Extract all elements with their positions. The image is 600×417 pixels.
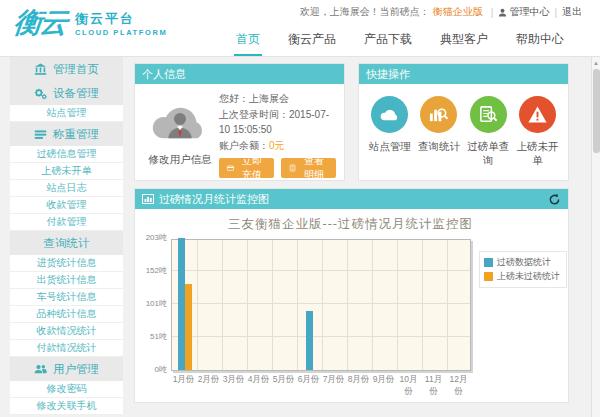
chart-y-axis: 0吨51吨101吨152吨203吨: [143, 239, 171, 371]
recharge-button[interactable]: 立即充值: [219, 158, 274, 178]
x-tick-label: 1月份: [171, 374, 196, 386]
chart-title: 三友衡猫企业版---过磅情况月统计监控图: [143, 216, 558, 233]
sidebar-item-16[interactable]: 用户管理: [10, 357, 123, 381]
chart-search-icon: [420, 96, 457, 133]
scrollbar-thumb[interactable]: [593, 69, 600, 153]
sidebar-item-8[interactable]: 付款管理: [10, 214, 123, 231]
x-tick-label: 11月份: [421, 374, 446, 398]
sidebar-item-label: 品种统计信息: [37, 307, 97, 321]
gridline: [447, 240, 448, 370]
admin-center-link[interactable]: 管理中心: [498, 5, 549, 19]
balance-row: 账户余额：0元: [219, 138, 336, 154]
quick-actions-panel: 快捷操作 站点管理查询统计过磅单查询上磅未开单: [358, 63, 569, 181]
brand-block: 衡云平台 CLOUD PLATFORM: [75, 10, 167, 37]
sidebar-item-label: 出货统计信息: [37, 273, 97, 287]
scrollbar-up-arrow[interactable]: ▲: [592, 57, 600, 68]
sidebar-item-2[interactable]: 站点管理: [10, 105, 123, 122]
recharge-label: 立即充值: [238, 154, 266, 182]
detail-label: 查看明细: [300, 154, 328, 182]
balance-value: 0元: [269, 140, 285, 151]
legend-label: 过磅数据统计: [497, 255, 551, 269]
logo[interactable]: 衡云 衡云平台 CLOUD PLATFORM: [14, 9, 167, 37]
divider: |: [491, 7, 494, 18]
gridline: [247, 240, 248, 370]
gridline: [347, 240, 348, 370]
refresh-icon[interactable]: [548, 193, 561, 206]
view-detail-button[interactable]: 查看明细: [281, 158, 336, 178]
personal-info-title: 个人信息: [142, 67, 186, 82]
warning-icon: [519, 96, 556, 133]
page-body: 管理首页设备管理站点管理称重管理过磅信息管理上磅未开单站点日志收款管理付款管理查…: [0, 57, 600, 417]
detail-doc-icon: [289, 163, 296, 173]
x-tick-label: 8月份: [346, 374, 371, 386]
sidebar-item-4[interactable]: 过磅信息管理: [10, 146, 123, 163]
sidebar-item-13[interactable]: 品种统计信息: [10, 306, 123, 323]
quick-action-0[interactable]: 站点管理: [365, 96, 414, 176]
account-buttons: 立即充值 查看明细: [219, 158, 336, 178]
chart-plot: [171, 239, 471, 371]
account-details: 您好：上海展会 上次登录时间：2015-07-10 15:05:50 账户余额：…: [219, 91, 336, 178]
bar-chart-icon: [142, 194, 154, 204]
legend-swatch: [484, 272, 493, 281]
account-link[interactable]: 衡猫企业版: [433, 5, 483, 19]
nav-tab-0[interactable]: 首页: [234, 31, 262, 56]
sidebar-item-17[interactable]: 修改密码: [10, 381, 123, 398]
brand-name: 衡云平台: [75, 10, 167, 28]
gridline: [172, 270, 470, 271]
sidebar-item-18[interactable]: 修改关联手机: [10, 398, 123, 415]
nav-tab-3[interactable]: 典型客户: [438, 31, 490, 56]
sidebar-item-7[interactable]: 收款管理: [10, 197, 123, 214]
sidebar-item-14[interactable]: 收款情况统计: [10, 323, 123, 340]
sidebar-item-10[interactable]: 进货统计信息: [10, 255, 123, 272]
sidebar-item-label: 站点管理: [47, 106, 87, 120]
greeting-text: 您好：上海展会: [219, 91, 336, 107]
sidebar-item-label: 称重管理: [53, 127, 99, 142]
sidebar-item-label: 车号统计信息: [37, 290, 97, 304]
top-panels-row: 个人信息 修改用户信息 您好：上海展会: [134, 63, 569, 181]
y-tick-label: 51吨: [150, 331, 167, 342]
quick-action-label: 上磅未开单: [513, 140, 562, 167]
sidebar-item-3[interactable]: 称重管理: [10, 122, 123, 146]
nav-tab-2[interactable]: 产品下载: [362, 31, 414, 56]
list-icon: [34, 128, 47, 141]
gears-icon: [34, 87, 47, 100]
sidebar-item-12[interactable]: 车号统计信息: [10, 289, 123, 306]
x-tick-label: 9月份: [371, 374, 396, 386]
logo-mark: 衡云: [13, 9, 68, 37]
sidebar-item-label: 查询统计: [44, 236, 90, 251]
gridline: [272, 240, 273, 370]
quick-action-1[interactable]: 查询统计: [414, 96, 463, 176]
quick-action-label: 过磅单查询: [464, 140, 513, 167]
quick-action-2[interactable]: 过磅单查询: [464, 96, 513, 176]
sidebar-item-9[interactable]: 查询统计: [10, 231, 123, 255]
sidebar-item-1[interactable]: 设备管理: [10, 81, 123, 105]
quick-actions-title: 快捷操作: [366, 67, 410, 82]
sidebar: 管理首页设备管理站点管理称重管理过磅信息管理上磅未开单站点日志收款管理付款管理查…: [0, 57, 123, 417]
sidebar-item-label: 进货统计信息: [37, 256, 97, 270]
chart-body: 三友衡猫企业版---过磅情况月统计监控图 0吨51吨101吨152吨203吨 过…: [135, 209, 568, 402]
chart-bar: [178, 238, 185, 370]
sidebar-item-11[interactable]: 出货统计信息: [10, 272, 123, 289]
x-tick-label: 5月份: [271, 374, 296, 386]
gridline: [372, 240, 373, 370]
edit-user-link[interactable]: 修改用户信息: [141, 153, 219, 167]
personal-info-body: 修改用户信息 您好：上海展会 上次登录时间：2015-07-10 15:05:5…: [135, 84, 344, 184]
chart-panel-title: 过磅情况月统计监控图: [159, 192, 269, 207]
legend-label: 上磅未过磅统计: [497, 269, 560, 283]
sidebar-item-15[interactable]: 付款情况统计: [10, 340, 123, 357]
sidebar-item-6[interactable]: 站点日志: [10, 180, 123, 197]
nav-tab-1[interactable]: 衡云产品: [286, 31, 338, 56]
logout-link[interactable]: 退出: [562, 5, 582, 19]
y-tick-label: 0吨: [155, 364, 167, 375]
sidebar-item-5[interactable]: 上磅未开单: [10, 163, 123, 180]
card-icon: [227, 163, 234, 173]
gridline: [172, 303, 470, 304]
quick-action-3[interactable]: 上磅未开单: [513, 96, 562, 176]
sidebar-item-label: 付款情况统计: [37, 341, 97, 355]
top-bar: 衡云 衡云平台 CLOUD PLATFORM 欢迎，上海展会！当前磅点： 衡猫企…: [0, 0, 600, 57]
sidebar-item-label: 过磅信息管理: [37, 147, 97, 161]
nav-tab-4[interactable]: 帮助中心: [514, 31, 566, 56]
chart-area: 0吨51吨101吨152吨203吨 过磅数据统计上磅未过磅统计: [143, 239, 558, 371]
vertical-scrollbar[interactable]: ▲: [591, 57, 600, 417]
sidebar-item-0[interactable]: 管理首页: [10, 57, 123, 81]
